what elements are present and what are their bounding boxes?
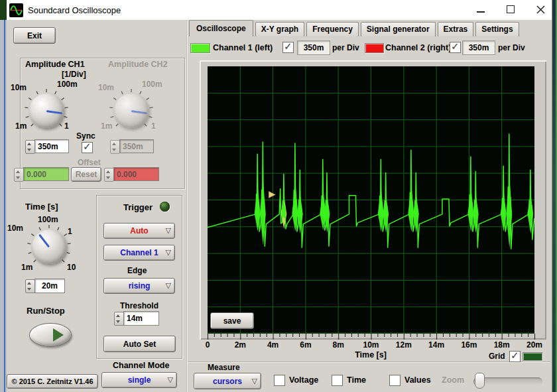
copyright-button[interactable]: © 2015 C. Zeitnitz V1.46 (7, 374, 98, 389)
channel2-scale-value[interactable]: 350m (462, 40, 495, 55)
time-title: Time [s] (25, 202, 58, 212)
x-axis-tick-label: 12m (396, 340, 412, 350)
time-value[interactable]: 20m (34, 279, 65, 293)
tab-oscilloscope[interactable]: Oscilloscope (189, 20, 253, 36)
auto-set-button[interactable]: Auto Set (103, 336, 176, 352)
threshold-value[interactable]: 14m (123, 311, 159, 326)
trigger-source-value: Channel 1 (120, 248, 158, 257)
trigger-mode-value: Auto (130, 226, 148, 235)
zoom-slider-thumb[interactable] (475, 373, 485, 389)
amplitude-ch1-spinner[interactable] (25, 140, 35, 154)
knob-label: 1m (101, 121, 112, 131)
channel-mode-dropdown[interactable]: single ▽ (101, 372, 177, 388)
x-axis-tick-label: 20m (526, 340, 542, 350)
channel-mode-title: Channel Mode (113, 361, 169, 370)
trigger-edge-value: rising (129, 281, 151, 291)
offset-ch1-value[interactable]: 0.000 (23, 167, 69, 181)
offset-ch1-spinner[interactable] (14, 168, 24, 182)
exit-button[interactable]: Exit (13, 27, 56, 44)
tab-bar: OscilloscopeX-Y graphFrequencySignal gen… (189, 21, 521, 36)
screen: { "titlebar": { "title": "Soundcard Osci… (0, 0, 557, 392)
knob-label: 1m (21, 263, 32, 272)
measure-mode-value: cursors (213, 377, 242, 386)
tab-frequency[interactable]: Frequency (306, 22, 359, 36)
save-button[interactable]: save (210, 312, 254, 329)
app-window: Soundcard Oscilloscope Exit Amplitude CH… (7, 0, 552, 392)
time-spinner[interactable] (25, 279, 35, 293)
panel-divider (186, 21, 187, 392)
values-label: Values (404, 375, 431, 385)
knob-label: 10m (98, 83, 114, 92)
channel1-color-swatch[interactable] (190, 43, 210, 53)
tab-settings[interactable]: Settings (475, 22, 519, 36)
close-button[interactable] (529, 0, 552, 19)
offset-title: Offset (78, 158, 101, 167)
channel2-color-swatch[interactable] (365, 43, 384, 53)
amplitude-unit-label: [1/Div] (62, 70, 86, 79)
x-axis-tick-label: 2m (235, 340, 246, 350)
x-axis-tick-label: 4m (267, 340, 278, 350)
maximize-button[interactable] (499, 0, 522, 19)
values-checkbox[interactable] (389, 375, 401, 386)
channel-mode-value: single (128, 375, 151, 385)
amplitude-ch1-value[interactable]: 350m (34, 139, 69, 153)
offset-ch2-spinner[interactable] (104, 168, 114, 182)
tab-x-y-graph[interactable]: X-Y graph (255, 22, 304, 36)
titlebar[interactable]: Soundcard Oscilloscope (7, 0, 552, 20)
sync-checkbox[interactable] (82, 142, 93, 153)
scope-display[interactable] (208, 66, 534, 334)
voltage-checkbox[interactable] (274, 375, 285, 386)
trigger-group (96, 195, 182, 359)
tab-page-edge (188, 361, 550, 362)
voltage-label: Voltage (289, 375, 318, 385)
amplitude-ch2-knob[interactable] (107, 86, 156, 135)
play-icon (53, 328, 64, 342)
channel1-scale-value[interactable]: 350m (297, 40, 330, 55)
knob-label: 1 (64, 121, 69, 131)
x-axis-tick-label: 14m (428, 340, 444, 350)
measure-mode-dropdown[interactable]: cursors ▽ (194, 373, 261, 389)
x-axis-ticks (208, 334, 537, 340)
x-axis-tick-label: 0 (206, 340, 210, 350)
time-checkbox[interactable] (332, 375, 343, 386)
grid-checkbox[interactable] (509, 351, 521, 362)
chevron-down-icon: ▽ (166, 248, 171, 257)
desktop-left-accent (4, 20, 5, 392)
tab-extras[interactable]: Extras (438, 22, 474, 36)
chevron-down-icon: ▽ (166, 281, 171, 290)
x-axis-tick-label: 8m (333, 340, 344, 350)
channel2-visible-checkbox[interactable] (450, 42, 461, 53)
x-axis-labels: 02m4m6m8m10m12m14m16m18m20m (208, 340, 534, 350)
amplitude-ch2-title: Amplitude CH2 (108, 60, 168, 69)
offset-ch2-value[interactable]: 0.000 (113, 167, 159, 181)
window-title: Soundcard Oscilloscope (28, 5, 121, 15)
amplitude-ch1-knob[interactable] (22, 86, 71, 135)
knob-label: 1m (15, 121, 27, 131)
grid-color-swatch[interactable] (523, 352, 542, 361)
trigger-source-dropdown[interactable]: Channel 1 ▽ (103, 245, 175, 261)
x-axis-tick-label: 18m (494, 340, 510, 350)
threshold-spinner[interactable] (114, 312, 124, 326)
amplitude-ch2-spinner[interactable] (110, 140, 120, 154)
zoom-label: Zoom (442, 375, 464, 385)
trigger-title: Trigger (123, 202, 153, 212)
amplitude-ch2-value[interactable]: 350m (119, 139, 154, 153)
amplitude-ch1-title: Amplitude CH1 (25, 60, 85, 69)
channel1-visible-checkbox[interactable] (282, 42, 294, 53)
knob-label: 10 (67, 263, 76, 272)
knob-label: 1 (68, 227, 72, 236)
trigger-mode-dropdown[interactable]: Auto ▽ (103, 223, 175, 239)
trigger-edge-dropdown[interactable]: rising ▽ (103, 278, 175, 294)
channel2-scale-unit: per Div (498, 43, 525, 52)
chevron-down-icon: ▽ (166, 226, 171, 235)
time-label: Time (347, 375, 366, 385)
offset-reset-button[interactable]: Reset (71, 167, 101, 182)
minimize-button[interactable] (469, 0, 492, 19)
waveform-plot (208, 66, 534, 334)
tab-signal-generator[interactable]: Signal generator (361, 22, 436, 36)
measure-title: Measure (208, 363, 240, 372)
knob-label: 100m (38, 215, 58, 224)
channel1-scale-unit: per Div (332, 43, 359, 52)
threshold-title: Threshold (120, 301, 158, 310)
run-stop-button[interactable] (29, 323, 72, 347)
